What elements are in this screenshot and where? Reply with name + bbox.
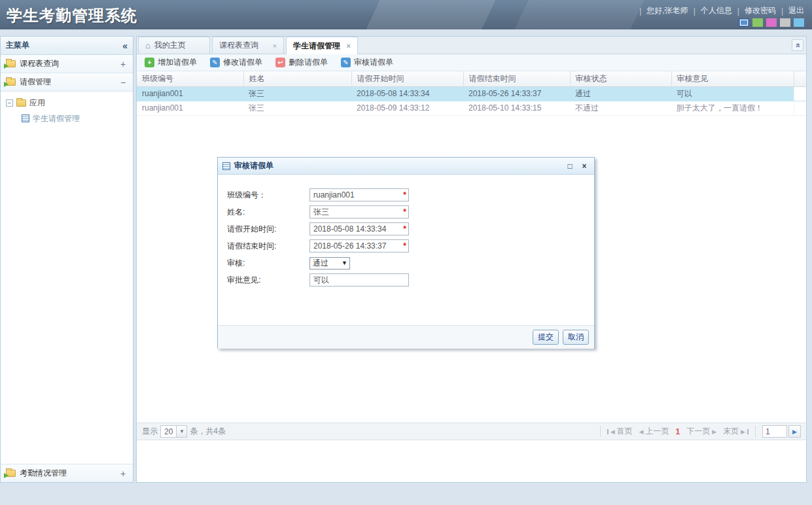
delete-leave-button[interactable]: ↩ 删除请假单 <box>270 55 333 70</box>
first-page-label: 首页 <box>617 426 633 437</box>
dialog-titlebar[interactable]: 审核请假单 □ × <box>218 158 594 175</box>
column-header-name[interactable]: 姓名 <box>243 71 351 86</box>
close-icon[interactable]: × <box>347 42 351 50</box>
tab-label: 课程表查询 <box>219 40 258 51</box>
double-chevron-down-icon: » <box>792 43 802 47</box>
column-header-end-time[interactable]: 请假结束时间 <box>463 71 570 86</box>
collapse-minus-icon[interactable]: − <box>118 77 128 88</box>
maximize-icon[interactable]: □ <box>565 162 575 171</box>
cell-end-time: 2018-05-10 14:33:15 <box>463 101 570 115</box>
greeting-link[interactable]: 您好,张老师 <box>646 5 688 16</box>
page-size-value: 20 <box>161 427 176 436</box>
required-mark: * <box>403 241 406 251</box>
last-page-label: 末页 <box>723 426 739 437</box>
theme-swatch-pink[interactable] <box>766 18 777 27</box>
pagination-bar: 显示 20 ▼ 条，共4条 ◀ 首页 ◀ 上一页 1 <box>137 423 806 440</box>
prev-page-button[interactable]: ◀ 上一页 <box>639 426 669 437</box>
class-id-field[interactable] <box>309 188 409 201</box>
sidebar-header: 主菜单 « <box>1 37 133 55</box>
edit-icon: ✎ <box>210 58 220 67</box>
arrow-right-icon: ▶ <box>712 428 716 435</box>
goto-page-input[interactable] <box>762 425 787 438</box>
folder-arrow-icon <box>6 470 16 477</box>
theme-swatch-blue[interactable] <box>739 18 749 27</box>
current-page-number: 1 <box>675 427 680 436</box>
sidebar-collapse-icon[interactable]: « <box>122 41 128 51</box>
column-header-class-id[interactable]: 班级编号 <box>137 71 243 86</box>
review-leave-button[interactable]: ✎ 审核请假单 <box>336 55 398 70</box>
cell-opinion: 可以 <box>671 86 794 101</box>
tab-course-schedule[interactable]: 课程表查询 × <box>212 37 284 54</box>
logout-link[interactable]: 退出 <box>788 5 804 16</box>
name-field[interactable] <box>309 205 409 218</box>
submit-button[interactable]: 提交 <box>533 330 559 345</box>
button-label: 审核请假单 <box>354 57 393 68</box>
column-header-status[interactable]: 审核状态 <box>570 71 671 86</box>
next-page-button[interactable]: 下一页 ▶ <box>686 426 716 437</box>
expand-plus-icon[interactable]: + <box>118 468 128 479</box>
first-page-button[interactable]: ◀ 首页 <box>607 426 633 437</box>
cell-status: 不通过 <box>570 101 671 115</box>
next-page-label: 下一页 <box>686 426 710 437</box>
tab-student-leave-management[interactable]: 学生请假管理 × <box>286 37 358 54</box>
chevron-down-icon: ▼ <box>342 260 349 266</box>
close-icon[interactable]: × <box>579 162 590 171</box>
cell-end-time: 2018-05-26 14:33:37 <box>463 86 570 101</box>
comment-label: 审批意见: <box>227 275 309 286</box>
separator: | <box>737 7 739 16</box>
review-label: 审核: <box>227 258 309 269</box>
review-leave-dialog: 审核请假单 □ × 班级编号： * 姓名: * 请假开始时间: * <box>217 157 595 349</box>
home-icon: ⌂ <box>145 41 150 50</box>
tab-overflow-button[interactable]: » <box>792 39 803 51</box>
required-mark: * <box>403 224 406 234</box>
page-size-select[interactable]: 20 ▼ <box>160 425 187 438</box>
tree-node-student-leave[interactable]: 学生请假管理 <box>6 111 133 126</box>
review-selected-value: 通过 <box>310 258 342 269</box>
leave-data-grid: 班级编号 姓名 请假开始时间 请假结束时间 审核状态 审核意见 ruanjian… <box>137 71 806 116</box>
sidebar-item-attendance-management[interactable]: 考勤情况管理 + <box>1 464 133 482</box>
cell-name: 张三 <box>243 101 351 115</box>
profile-link[interactable]: 个人信息 <box>701 5 732 16</box>
total-count-label: 条，共4条 <box>190 426 226 437</box>
tab-my-home[interactable]: ⌂ 我的主页 <box>138 37 210 54</box>
cancel-button[interactable]: 取消 <box>563 330 589 345</box>
review-select[interactable]: 通过 ▼ <box>309 257 350 270</box>
tree-expander-icon[interactable]: − <box>6 99 13 107</box>
end-time-field[interactable] <box>309 239 409 252</box>
comment-field[interactable] <box>309 273 409 287</box>
tab-label: 我的主页 <box>154 40 186 51</box>
add-icon: + <box>145 58 154 67</box>
expand-plus-icon[interactable]: + <box>118 59 128 69</box>
header-links: | 您好,张老师 | 个人信息 | 修改密码 | 退出 <box>639 5 804 16</box>
first-page-bar-icon <box>607 429 609 434</box>
last-page-button[interactable]: 末页 ▶ <box>723 426 749 437</box>
column-header-opinion[interactable]: 审核意见 <box>671 71 794 86</box>
theme-swatch-green[interactable] <box>752 18 763 27</box>
theme-swatch-gray[interactable] <box>780 18 790 27</box>
delete-icon: ↩ <box>275 58 285 67</box>
sidebar-item-course-schedule[interactable]: 课程表查询 + <box>1 55 133 73</box>
tree-node-application[interactable]: − 应用 <box>6 95 133 111</box>
column-header-filler <box>794 71 806 86</box>
goto-page-button[interactable]: ▶ <box>788 425 801 438</box>
edit-leave-button[interactable]: ✎ 修改请假单 <box>205 55 268 70</box>
column-header-start-time[interactable]: 请假开始时间 <box>351 71 463 86</box>
tree-node-label: 应用 <box>29 97 45 109</box>
close-icon[interactable]: × <box>273 42 277 50</box>
app-header: 学生考勤管理系统 | 您好,张老师 | 个人信息 | 修改密码 | 退出 <box>0 0 812 29</box>
folder-arrow-icon <box>6 78 16 86</box>
sidebar-item-leave-management[interactable]: 请假管理 − <box>1 73 133 92</box>
theme-swatch-skyblue[interactable] <box>794 18 804 27</box>
sidebar-item-label: 请假管理 <box>20 77 51 88</box>
separator: | <box>694 7 696 16</box>
start-time-field[interactable] <box>309 222 409 235</box>
add-leave-button[interactable]: + 增加请假单 <box>139 55 202 70</box>
required-mark: * <box>403 190 406 200</box>
table-row[interactable]: ruanjian001 张三 2018-05-08 14:33:34 2018-… <box>137 86 806 101</box>
dialog-title: 审核请假单 <box>234 160 561 171</box>
change-password-link[interactable]: 修改密码 <box>745 5 776 16</box>
cell-status: 通过 <box>570 86 671 101</box>
table-row[interactable]: ruanjian001 张三 2018-05-09 14:33:12 2018-… <box>137 101 806 115</box>
chevron-down-icon[interactable]: ▼ <box>176 426 186 437</box>
grid-toolbar: + 增加请假单 ✎ 修改请假单 ↩ 删除请假单 ✎ 审核请假单 <box>137 54 806 71</box>
